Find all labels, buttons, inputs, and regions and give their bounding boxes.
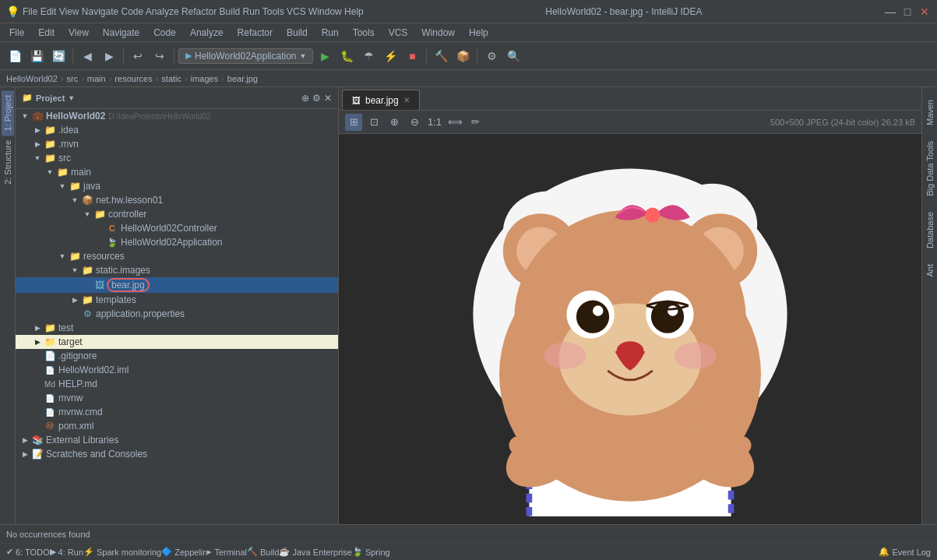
new-button[interactable]: 📄: [5, 46, 25, 66]
editor-tab-bearjpg[interactable]: 🖼 bear.jpg ✕: [342, 90, 420, 110]
sdk-button[interactable]: ⚙: [481, 46, 502, 66]
breadcrumb-resources[interactable]: resources: [114, 74, 152, 83]
zeppelin-button[interactable]: 🔷 Zeppelin: [161, 547, 207, 557]
breadcrumb-static[interactable]: static: [161, 74, 181, 83]
maven-tool-button[interactable]: Maven: [924, 95, 936, 130]
tree-item-mvnw[interactable]: 📄 mvnw: [16, 391, 338, 405]
terminal-button[interactable]: ▸ Terminal: [207, 547, 247, 557]
tree-item-appprops[interactable]: ⚙ application.properties: [16, 307, 338, 321]
spring-button[interactable]: 🍃 Spring: [352, 547, 390, 557]
file-menu-title[interactable]: File Edit View Navigate Code Analyze Ref…: [23, 6, 364, 17]
fit-screen-button[interactable]: ⊞: [345, 114, 362, 131]
tree-item-package[interactable]: ▼ 📦 net.hw.lesson01: [16, 193, 338, 207]
menu-tools[interactable]: Tools: [347, 26, 381, 40]
menu-file[interactable]: File: [3, 26, 30, 40]
menu-refactor[interactable]: Refactor: [231, 26, 279, 40]
structure-tool-button[interactable]: 2: Structure: [2, 136, 14, 189]
stop-button[interactable]: ■: [402, 46, 422, 66]
build-artifact-button[interactable]: 📦: [453, 46, 473, 66]
tree-item-resources[interactable]: ▼ 📁 resources: [16, 249, 338, 263]
dropdown-arrow[interactable]: ▼: [68, 94, 75, 102]
build-bottom-button[interactable]: 🔨 Build: [247, 547, 279, 557]
search-button[interactable]: 🔍: [503, 46, 523, 66]
menu-view[interactable]: View: [62, 26, 95, 40]
run-button[interactable]: ▶: [315, 46, 335, 66]
image-content[interactable]: [339, 134, 921, 524]
breadcrumb-file[interactable]: bear.jpg: [227, 74, 258, 83]
event-log-button[interactable]: 🔔 Event Log: [879, 547, 931, 557]
color-picker-button[interactable]: ✏: [467, 114, 484, 131]
todo-button[interactable]: ✔ 6: TODO: [6, 547, 50, 557]
project-tool-button[interactable]: 1: Project: [2, 90, 14, 136]
tree-item-idea[interactable]: ▶ 📁 .idea: [16, 123, 338, 137]
tree-label-bearjpg: bear.jpg: [107, 278, 150, 292]
zoom-fit-width-button[interactable]: ⟺: [446, 114, 463, 131]
tree-item-src[interactable]: ▼ 📁 src: [16, 151, 338, 165]
breadcrumb-main[interactable]: main: [87, 74, 106, 83]
redo-button[interactable]: ↪: [150, 46, 170, 66]
tree-item-iml[interactable]: 📄 HelloWorld02.iml: [16, 363, 338, 377]
resources-folder-icon: 📁: [69, 250, 81, 262]
coverage-button[interactable]: ☂: [358, 46, 379, 66]
back-button[interactable]: ◀: [77, 46, 97, 66]
tree-item-controller-class[interactable]: C HelloWorld02Controller: [16, 221, 338, 235]
actual-size-button[interactable]: ⊡: [365, 114, 382, 131]
zoom-out-button[interactable]: ⊖: [406, 114, 423, 131]
tree-item-app-class[interactable]: 🍃 HelloWorld02Application: [16, 235, 338, 249]
menu-code[interactable]: Code: [147, 26, 182, 40]
breadcrumb-images[interactable]: images: [191, 74, 218, 83]
breadcrumb-src[interactable]: src: [67, 74, 79, 83]
tree-item-pom[interactable]: Ⓜ pom.xml: [16, 419, 338, 433]
sync-button[interactable]: 🔄: [48, 46, 69, 66]
java-enterprise-button[interactable]: ☕ Java Enterprise: [279, 547, 351, 557]
run-bottom-button[interactable]: ▶ 4: Run: [50, 547, 83, 557]
build-button[interactable]: 🔨: [431, 46, 451, 66]
menu-build[interactable]: Build: [280, 26, 314, 40]
forward-button[interactable]: ▶: [99, 46, 119, 66]
debug-button[interactable]: 🐛: [336, 46, 357, 66]
menu-edit[interactable]: Edit: [32, 26, 61, 40]
minimize-button[interactable]: —: [884, 5, 896, 18]
zoom-in-button[interactable]: ⊕: [386, 114, 403, 131]
menu-analyze[interactable]: Analyze: [184, 26, 230, 40]
tree-item-mvnwcmd[interactable]: 📄 mvnw.cmd: [16, 405, 338, 419]
menu-navigate[interactable]: Navigate: [97, 26, 146, 40]
tree-item-gitignore[interactable]: 📄 .gitignore: [16, 349, 338, 363]
static-folder-icon: 📁: [81, 264, 93, 276]
zoom-100-button[interactable]: 1:1: [426, 114, 443, 131]
tab-close-button[interactable]: ✕: [403, 96, 410, 104]
tree-item-bearjpg[interactable]: 🖼 bear.jpg: [16, 277, 338, 293]
settings-button[interactable]: ⚙: [312, 93, 321, 104]
close-button[interactable]: ✕: [918, 5, 931, 18]
menu-window[interactable]: Window: [415, 26, 461, 40]
breadcrumb-project[interactable]: HelloWorld02: [6, 74, 58, 83]
tree-item-test[interactable]: ▶ 📁 test: [16, 321, 338, 335]
collapse-all-button[interactable]: ⊕: [301, 93, 309, 104]
ant-tool-button[interactable]: Ant: [924, 259, 936, 282]
menu-run[interactable]: Run: [315, 26, 345, 40]
database-tool-button[interactable]: Database: [924, 207, 936, 253]
tree-item-scratches[interactable]: ▶ 📝 Scratches and Consoles: [16, 447, 338, 461]
tree-item-mvn[interactable]: ▶ 📁 .mvn: [16, 137, 338, 151]
undo-button[interactable]: ↩: [128, 46, 148, 66]
tree-item-java[interactable]: ▼ 📁 java: [16, 179, 338, 193]
menu-vcs[interactable]: VCS: [382, 26, 414, 40]
tree-item-help[interactable]: Md HELP.md: [16, 377, 338, 391]
menu-help[interactable]: Help: [463, 26, 495, 40]
run-config-dropdown[interactable]: ▼: [300, 52, 307, 60]
close-sidebar-button[interactable]: ✕: [324, 93, 332, 104]
save-button[interactable]: 💾: [26, 46, 47, 66]
tree-item-static-images[interactable]: ▼ 📁 static.images: [16, 263, 338, 277]
profile-button[interactable]: ⚡: [380, 46, 400, 66]
tree-item-controller[interactable]: ▼ 📁 controller: [16, 207, 338, 221]
tree-item-target[interactable]: ▶ 📁 target: [16, 335, 338, 349]
spark-monitoring-button[interactable]: ⚡ Spark monitoring: [83, 547, 161, 557]
tree-item-templates[interactable]: ▶ 📁 templates: [16, 293, 338, 307]
maximize-button[interactable]: □: [901, 5, 914, 18]
run-config-selector[interactable]: ▶ HelloWorld02Application ▼: [178, 48, 313, 64]
tree-item-main[interactable]: ▼ 📁 main: [16, 165, 338, 179]
big-data-tool-button[interactable]: Big Data Tools: [924, 136, 936, 201]
tree-item-project[interactable]: ▼ 💼 HelloWorld02 D:\IdeaProjects\HelloWo…: [16, 109, 338, 123]
iml-icon: 📄: [44, 364, 56, 376]
tree-item-ext-libs[interactable]: ▶ 📚 External Libraries: [16, 433, 338, 447]
